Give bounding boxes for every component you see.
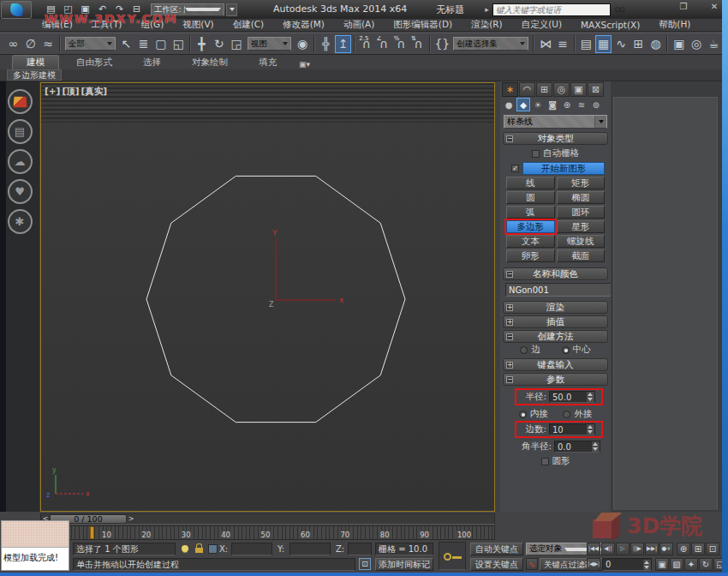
start-new-shape-checkbox[interactable]: ✓: [511, 165, 519, 172]
category-spacewarps[interactable]: ≋: [575, 98, 588, 111]
add-time-tag-button[interactable]: 添加时间标记: [375, 558, 433, 571]
shape-type-button[interactable]: 圆: [506, 191, 555, 204]
shape-type-button[interactable]: 星形: [557, 220, 606, 233]
shape-type-button[interactable]: 截面: [557, 249, 606, 262]
creation-method-center-radio[interactable]: 中心: [562, 344, 591, 356]
spinner-arrows[interactable]: [592, 441, 600, 452]
new-key-wave-icon[interactable]: ∿: [526, 558, 538, 570]
curve-editor-icon[interactable]: ∿: [612, 35, 629, 53]
shape-type-dropdown[interactable]: 样条线: [504, 115, 607, 129]
cloud-icon[interactable]: ☁: [8, 149, 33, 174]
menu-item[interactable]: 视图(V): [173, 19, 223, 31]
tab-motion[interactable]: ◎: [553, 82, 570, 97]
z-coordinate-field[interactable]: [348, 543, 372, 555]
go-to-end-button[interactable]: ▶▶|: [645, 543, 659, 555]
open-file-icon[interactable]: ◰: [61, 3, 75, 16]
ribbon-tab[interactable]: 填充: [245, 56, 290, 69]
current-frame-field[interactable]: 0: [602, 558, 652, 571]
start-new-shape-button[interactable]: 开始新图形: [522, 162, 605, 175]
creation-method-edge-radio[interactable]: 边: [520, 344, 540, 356]
autogrid-checkbox[interactable]: [532, 150, 540, 158]
zoom-all-icon[interactable]: ⊞: [691, 543, 705, 555]
unlink-selection-icon[interactable]: ∅: [22, 35, 39, 53]
frame-step-button[interactable]: |◀▶|: [587, 558, 600, 571]
render-setup-icon[interactable]: ▣: [671, 35, 687, 53]
menu-item[interactable]: 修改器(M): [273, 19, 334, 31]
category-systems[interactable]: ⊚: [589, 98, 603, 111]
application-menu-button[interactable]: [1, 1, 32, 19]
menu-item[interactable]: 帮助(H): [649, 19, 700, 31]
shape-type-button[interactable]: 线: [506, 177, 555, 189]
menu-item[interactable]: 动画(A): [334, 19, 384, 31]
restore-button[interactable]: ❐: [677, 2, 689, 11]
isolate-selection-icon[interactable]: ⊡: [359, 558, 371, 570]
rollout-header[interactable]: −参数: [503, 373, 608, 386]
menu-item[interactable]: MAXScript(X): [571, 20, 649, 30]
radius-field[interactable]: 50.0: [549, 391, 595, 403]
select-and-scale-icon[interactable]: ◲: [228, 35, 244, 53]
project-folder-icon[interactable]: ⊟: [129, 3, 144, 16]
selection-filter-dropdown[interactable]: 全部: [65, 37, 116, 51]
named-selection-dropdown[interactable]: 创建选择集: [453, 37, 528, 51]
rollout-header[interactable]: −名称和颜色: [503, 267, 608, 280]
tab-utilities[interactable]: ⊠: [588, 82, 604, 97]
category-cameras[interactable]: ◙: [546, 98, 559, 111]
ribbon-minimize-icon[interactable]: ▣▾: [294, 59, 315, 69]
menu-item[interactable]: 创建(C): [224, 19, 274, 31]
tab-hierarchy[interactable]: ⊞: [536, 82, 552, 97]
rollout-header[interactable]: +渲染: [503, 301, 608, 314]
menu-item[interactable]: 工具(T): [82, 19, 132, 31]
ribbon-tab[interactable]: 对象绘制: [178, 56, 242, 69]
shape-type-button[interactable]: 卵形: [506, 249, 555, 262]
category-shapes[interactable]: ◆: [516, 98, 530, 111]
window-crossing-icon[interactable]: ◱: [170, 35, 187, 53]
menu-item[interactable]: 图形编辑器(D): [384, 19, 462, 31]
corner-radius-field[interactable]: 0.0: [554, 441, 600, 453]
bind-to-space-warp-icon[interactable]: ≈: [40, 35, 57, 53]
material-editor-icon[interactable]: ◍: [647, 35, 664, 53]
absolute-mode-icon[interactable]: [208, 544, 218, 554]
search-expand-icon[interactable]: ▸: [485, 5, 489, 14]
new-scene-icon[interactable]: ▤: [44, 3, 58, 16]
shape-type-button[interactable]: 椭圆: [557, 191, 606, 204]
spinner-arrows[interactable]: [587, 392, 594, 402]
next-frame-button[interactable]: ||▶: [630, 543, 644, 555]
snap-toggle-icon[interactable]: ↥: [335, 35, 351, 53]
object-name-field[interactable]: [505, 283, 619, 297]
spinner-snap-icon[interactable]: ∩⇅: [410, 35, 427, 53]
tab-modify[interactable]: ◠: [519, 82, 535, 97]
shape-type-button[interactable]: 螺旋线: [557, 235, 606, 248]
tab-polygon-modeling[interactable]: 多边形建模: [7, 69, 62, 81]
pan-icon[interactable]: ✦: [684, 558, 698, 571]
circumscribed-radio[interactable]: 外接: [563, 408, 592, 420]
select-and-link-icon[interactable]: ∞: [5, 35, 21, 53]
set-key-button[interactable]: 设置关键点: [470, 558, 523, 571]
rollout-header[interactable]: −对象类型: [503, 132, 608, 145]
inscribed-radio[interactable]: 内接: [519, 408, 548, 420]
edit-named-selections-icon[interactable]: {}: [433, 35, 451, 53]
layer-manager-icon[interactable]: ▤: [578, 35, 594, 53]
key-mode-toggle[interactable]: ●+: [659, 543, 673, 555]
document-icon[interactable]: ▤: [8, 119, 33, 144]
3dxy-logo-icon[interactable]: [8, 89, 33, 114]
shape-type-button[interactable]: 圆环: [557, 206, 606, 219]
zoom-region-icon[interactable]: ▧: [670, 558, 683, 571]
selection-lock-icon[interactable]: [195, 548, 203, 553]
menu-item[interactable]: 渲染(R): [462, 19, 512, 31]
zoom-extents-icon[interactable]: ⊡: [706, 543, 719, 555]
ribbon-tab[interactable]: 建模: [12, 55, 59, 69]
schematic-view-icon[interactable]: ⊞: [630, 35, 647, 53]
spinner-arrows[interactable]: [587, 424, 594, 435]
zoom-icon[interactable]: ⊕: [677, 543, 690, 555]
settings-icon[interactable]: ✱: [8, 209, 33, 234]
time-config-icon[interactable]: ▣: [655, 558, 669, 571]
percent-snap-icon[interactable]: ∩%: [393, 35, 409, 53]
rollout-header[interactable]: −创建方法: [503, 330, 608, 343]
viewport[interactable]: [+][顶][真实] Y x Z y x z: [40, 82, 495, 512]
save-file-icon[interactable]: ▣: [78, 3, 92, 16]
rendered-frame-icon[interactable]: ◎: [688, 35, 704, 53]
x-coordinate-field[interactable]: [231, 543, 272, 555]
search-input[interactable]: [492, 3, 611, 16]
ribbon-toggle-icon[interactable]: ▦: [595, 35, 612, 53]
shape-type-button[interactable]: 矩形: [557, 177, 606, 189]
